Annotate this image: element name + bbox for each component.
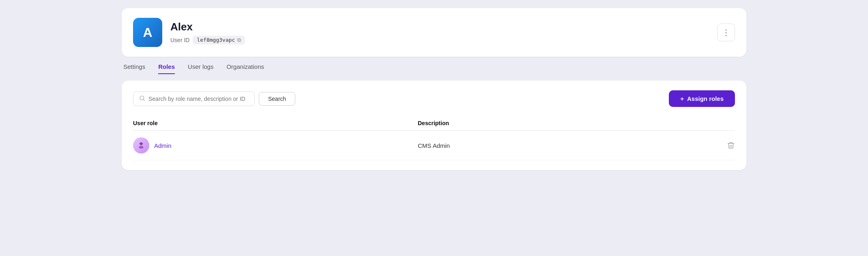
search-input[interactable] (148, 96, 249, 102)
content-card: Search + Assign roles User role Descript… (122, 81, 746, 170)
assign-roles-label: Assign roles (687, 95, 724, 102)
profile-id-row: User ID lef8mgg3vapc ⧉ (170, 36, 245, 45)
assign-roles-plus: + (680, 95, 684, 102)
svg-point-3 (139, 146, 144, 148)
tabs-bar: Settings Roles User logs Organizations (122, 63, 746, 74)
svg-line-1 (143, 99, 144, 100)
col-description: Description (418, 120, 703, 126)
role-description: CMS Admin (418, 142, 703, 149)
user-id-label: User ID (170, 37, 189, 43)
tab-organizations[interactable]: Organizations (226, 63, 264, 74)
search-button[interactable]: Search (259, 92, 295, 106)
avatar: A (133, 18, 162, 47)
profile-info: Alex User ID lef8mgg3vapc ⧉ (170, 21, 245, 45)
page-wrapper: A Alex User ID lef8mgg3vapc ⧉ ⋮ Settings… (122, 8, 746, 170)
tab-settings[interactable]: Settings (123, 63, 145, 74)
profile-left: A Alex User ID lef8mgg3vapc ⧉ (133, 18, 245, 47)
search-row: Search + Assign roles (133, 90, 735, 107)
copy-icon[interactable]: ⧉ (237, 37, 241, 43)
col-user-role: User role (133, 120, 418, 126)
tab-user-logs[interactable]: User logs (188, 63, 213, 74)
more-options-button[interactable]: ⋮ (717, 23, 735, 41)
table-header: User role Description (133, 117, 735, 131)
profile-card: A Alex User ID lef8mgg3vapc ⧉ ⋮ (122, 8, 746, 57)
table-row: Admin CMS Admin (133, 131, 735, 160)
tab-roles[interactable]: Roles (158, 63, 175, 74)
col-actions (703, 120, 735, 126)
search-input-wrapper (133, 92, 255, 106)
role-avatar (133, 137, 149, 154)
search-icon (139, 95, 145, 102)
role-cell: Admin (133, 137, 418, 154)
user-id-badge: lef8mgg3vapc ⧉ (193, 36, 245, 45)
role-name[interactable]: Admin (154, 142, 172, 149)
roles-table: User role Description Admi (133, 117, 735, 160)
profile-name: Alex (170, 21, 245, 33)
svg-rect-5 (140, 142, 142, 143)
search-left: Search (133, 92, 295, 106)
user-id-value: lef8mgg3vapc (197, 37, 235, 43)
delete-role-button[interactable] (703, 141, 735, 149)
assign-roles-button[interactable]: + Assign roles (669, 90, 735, 107)
